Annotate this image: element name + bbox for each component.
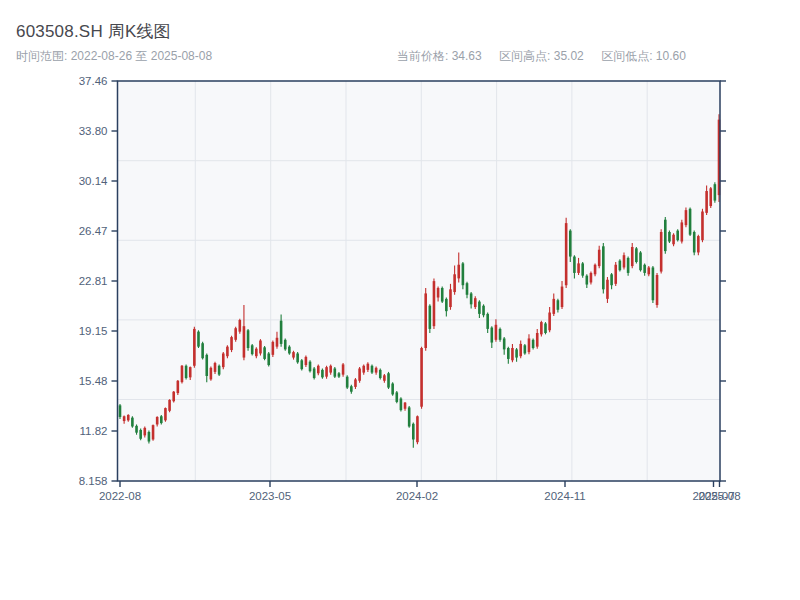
- candle-body: [119, 405, 122, 417]
- x-axis-label: 2025-08: [698, 490, 740, 502]
- candle-body: [152, 425, 155, 439]
- candle-body: [685, 210, 688, 225]
- candle-body: [210, 368, 213, 380]
- candle-body: [201, 343, 204, 358]
- candle-body: [689, 209, 692, 235]
- candle-body: [594, 265, 597, 275]
- y-axis-label: 37.46: [79, 75, 108, 87]
- candle-body: [581, 263, 584, 275]
- candle-body: [623, 255, 626, 267]
- candle-body: [123, 416, 126, 421]
- candle-body: [573, 257, 576, 273]
- candle-body: [305, 357, 308, 365]
- candle-body: [660, 232, 663, 272]
- candle-body: [383, 375, 386, 380]
- candle-body: [272, 342, 275, 355]
- y-axis-label: 22.81: [79, 275, 108, 287]
- candle-body: [267, 353, 270, 365]
- candle-body: [197, 332, 200, 347]
- candle-body: [247, 330, 250, 348]
- candle-body: [263, 347, 266, 359]
- candle-body: [557, 300, 560, 310]
- candle-body: [131, 418, 134, 427]
- candle-body: [429, 306, 432, 329]
- candle-body: [317, 366, 320, 374]
- y-axis-label: 19.15: [79, 325, 108, 337]
- candle-body: [619, 261, 622, 271]
- candle-body: [218, 366, 221, 375]
- candle-body: [168, 400, 171, 411]
- candle-body: [441, 288, 444, 302]
- candle-body: [243, 326, 246, 357]
- candle-body: [379, 370, 382, 378]
- candle-body: [449, 289, 452, 307]
- candle-body: [354, 379, 357, 387]
- candle-body: [346, 377, 349, 388]
- candle-body: [635, 248, 638, 262]
- y-axis-label: 33.80: [79, 125, 108, 137]
- candle-body: [391, 384, 394, 395]
- candle-body: [222, 353, 225, 367]
- candle-body: [709, 188, 712, 206]
- candle-body: [230, 337, 233, 350]
- candle-body: [705, 191, 708, 213]
- candle-body: [590, 273, 593, 283]
- candle-body: [676, 231, 679, 241]
- candle-body: [495, 325, 498, 340]
- candle-body: [424, 293, 427, 348]
- candle-body: [536, 333, 539, 347]
- candle-body: [309, 362, 312, 372]
- candle-body: [569, 231, 572, 257]
- candle-body: [139, 430, 142, 439]
- candle-body: [499, 329, 502, 340]
- candle-body: [453, 274, 456, 292]
- candle-body: [342, 364, 345, 374]
- candle-body: [313, 368, 316, 378]
- candle-body: [524, 345, 527, 353]
- kline-chart: 37.4633.8030.1426.4722.8119.1515.4811.82…: [0, 0, 800, 600]
- candle-body: [643, 265, 646, 273]
- candle-body: [156, 417, 159, 425]
- candle-body: [532, 340, 535, 348]
- candle-body: [462, 263, 465, 285]
- y-axis-label: 8.158: [79, 475, 108, 487]
- candle-body: [404, 403, 407, 409]
- candle-body: [160, 416, 163, 423]
- candle-body: [639, 252, 642, 270]
- candle-body: [325, 367, 328, 377]
- candle-body: [292, 352, 295, 357]
- candle-body: [255, 349, 258, 357]
- candle-body: [350, 386, 353, 391]
- x-axis-label: 2024-02: [396, 490, 438, 502]
- candle-body: [490, 328, 493, 343]
- candle-body: [362, 366, 365, 373]
- candle-body: [433, 281, 436, 326]
- candle-body: [321, 370, 324, 378]
- candle-body: [610, 274, 613, 285]
- candle-body: [652, 267, 655, 300]
- candle-body: [586, 276, 589, 285]
- candle-body: [693, 232, 696, 252]
- candle-body: [697, 236, 700, 252]
- x-axis-label: 2022-08: [99, 490, 141, 502]
- candle-body: [437, 288, 440, 298]
- candle-body: [486, 314, 489, 329]
- candle-body: [528, 338, 531, 352]
- candle-body: [701, 212, 704, 241]
- candle-body: [647, 267, 650, 274]
- candle-body: [276, 338, 279, 347]
- candle-body: [193, 329, 196, 366]
- candle-body: [284, 340, 287, 350]
- candle-body: [515, 349, 518, 357]
- candle-body: [127, 415, 130, 420]
- candle-body: [205, 355, 208, 376]
- candle-body: [598, 250, 601, 266]
- candle-body: [565, 223, 568, 285]
- candle-body: [226, 347, 229, 357]
- candle-body: [511, 348, 514, 360]
- candle-body: [482, 306, 485, 316]
- candle-body: [135, 426, 138, 433]
- candle-body: [329, 366, 332, 373]
- candle-body: [668, 232, 671, 242]
- candle-body: [181, 366, 184, 382]
